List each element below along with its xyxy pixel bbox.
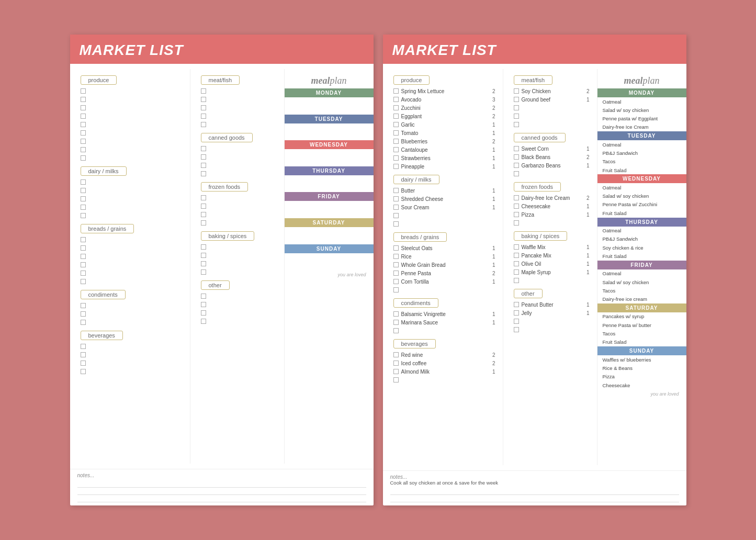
checkbox[interactable] xyxy=(81,155,86,161)
checkbox[interactable] xyxy=(81,105,86,110)
checkbox[interactable] xyxy=(201,195,206,200)
checkbox[interactable] xyxy=(201,220,206,226)
checkbox[interactable] xyxy=(81,262,86,267)
checkbox[interactable] xyxy=(393,105,399,110)
checkbox[interactable] xyxy=(514,244,519,250)
checkbox[interactable] xyxy=(514,195,519,200)
checkbox[interactable] xyxy=(393,213,399,218)
checkbox[interactable] xyxy=(393,221,399,227)
checkbox[interactable] xyxy=(201,269,206,275)
checkbox[interactable] xyxy=(393,254,399,259)
checkbox[interactable] xyxy=(201,302,206,307)
checkbox[interactable] xyxy=(81,369,86,374)
checkbox[interactable] xyxy=(393,88,399,94)
checkbox[interactable] xyxy=(201,310,206,316)
checkbox[interactable] xyxy=(81,122,86,127)
checkbox[interactable] xyxy=(514,88,519,94)
checkbox[interactable] xyxy=(514,97,519,102)
checkbox[interactable] xyxy=(201,171,206,176)
checkbox[interactable] xyxy=(393,352,399,357)
checkbox[interactable] xyxy=(81,188,86,193)
checkbox[interactable] xyxy=(393,271,399,276)
checkbox[interactable] xyxy=(81,254,86,259)
checkbox[interactable] xyxy=(514,278,519,283)
checkbox[interactable] xyxy=(393,245,399,251)
checkbox[interactable] xyxy=(81,213,86,218)
checkbox[interactable] xyxy=(393,262,399,267)
checkbox[interactable] xyxy=(81,303,86,308)
checkbox[interactable] xyxy=(81,130,86,136)
checkbox[interactable] xyxy=(393,164,399,169)
checkbox[interactable] xyxy=(81,361,86,366)
checkbox[interactable] xyxy=(81,205,86,210)
checkbox[interactable] xyxy=(514,146,519,151)
checkbox[interactable] xyxy=(201,88,206,94)
checkbox[interactable] xyxy=(393,188,399,193)
checkbox[interactable] xyxy=(514,212,519,217)
checkbox[interactable] xyxy=(393,361,399,366)
checkbox[interactable] xyxy=(201,105,206,110)
checkbox[interactable] xyxy=(393,311,399,317)
checkbox[interactable] xyxy=(514,253,519,258)
checkbox[interactable] xyxy=(81,320,86,325)
checkbox[interactable] xyxy=(514,261,519,266)
checkbox[interactable] xyxy=(393,320,399,325)
checkbox[interactable] xyxy=(81,311,86,317)
checkbox[interactable] xyxy=(201,294,206,299)
checkbox[interactable] xyxy=(201,122,206,127)
item-row xyxy=(75,277,185,286)
checkbox[interactable] xyxy=(393,139,399,144)
checkbox[interactable] xyxy=(393,147,399,152)
checkbox[interactable] xyxy=(393,377,399,383)
checkbox[interactable] xyxy=(81,97,86,102)
checkbox[interactable] xyxy=(393,279,399,284)
checkbox[interactable] xyxy=(514,122,519,127)
checkbox[interactable] xyxy=(201,253,206,258)
checkbox[interactable] xyxy=(81,139,86,144)
checkbox[interactable] xyxy=(81,271,86,276)
checkbox[interactable] xyxy=(514,114,519,119)
checkbox[interactable] xyxy=(201,212,206,217)
checkbox[interactable] xyxy=(514,163,519,168)
checkbox[interactable] xyxy=(393,122,399,127)
checkbox[interactable] xyxy=(393,328,399,333)
checkbox[interactable] xyxy=(393,130,399,136)
checkbox[interactable] xyxy=(514,327,519,332)
checkbox[interactable] xyxy=(514,204,519,209)
checkbox[interactable] xyxy=(81,179,86,185)
checkbox[interactable] xyxy=(514,269,519,275)
checkbox[interactable] xyxy=(514,220,519,226)
checkbox[interactable] xyxy=(514,171,519,176)
checkbox[interactable] xyxy=(514,302,519,307)
checkbox[interactable] xyxy=(81,279,86,284)
checkbox[interactable] xyxy=(81,237,86,242)
checkbox[interactable] xyxy=(393,369,399,374)
checkbox[interactable] xyxy=(201,146,206,151)
checkbox[interactable] xyxy=(393,287,399,292)
checkbox[interactable] xyxy=(201,261,206,266)
checkbox[interactable] xyxy=(81,245,86,251)
checkbox[interactable] xyxy=(393,97,399,102)
checkbox[interactable] xyxy=(393,114,399,119)
checkbox[interactable] xyxy=(514,319,519,324)
checkbox[interactable] xyxy=(514,310,519,316)
checkbox[interactable] xyxy=(201,319,206,324)
checkbox[interactable] xyxy=(201,244,206,250)
checkbox[interactable] xyxy=(514,154,519,160)
checkbox[interactable] xyxy=(393,205,399,210)
checkbox[interactable] xyxy=(393,196,399,201)
checkbox[interactable] xyxy=(201,154,206,160)
checkbox[interactable] xyxy=(514,105,519,110)
checkbox[interactable] xyxy=(81,114,86,119)
checkbox[interactable] xyxy=(201,97,206,102)
item-qty: 1 xyxy=(586,204,590,209)
checkbox[interactable] xyxy=(81,147,86,152)
checkbox[interactable] xyxy=(393,155,399,161)
checkbox[interactable] xyxy=(201,204,206,209)
checkbox[interactable] xyxy=(81,88,86,94)
checkbox[interactable] xyxy=(81,344,86,349)
checkbox[interactable] xyxy=(81,352,86,357)
checkbox[interactable] xyxy=(201,163,206,168)
checkbox[interactable] xyxy=(81,196,86,201)
checkbox[interactable] xyxy=(201,114,206,119)
